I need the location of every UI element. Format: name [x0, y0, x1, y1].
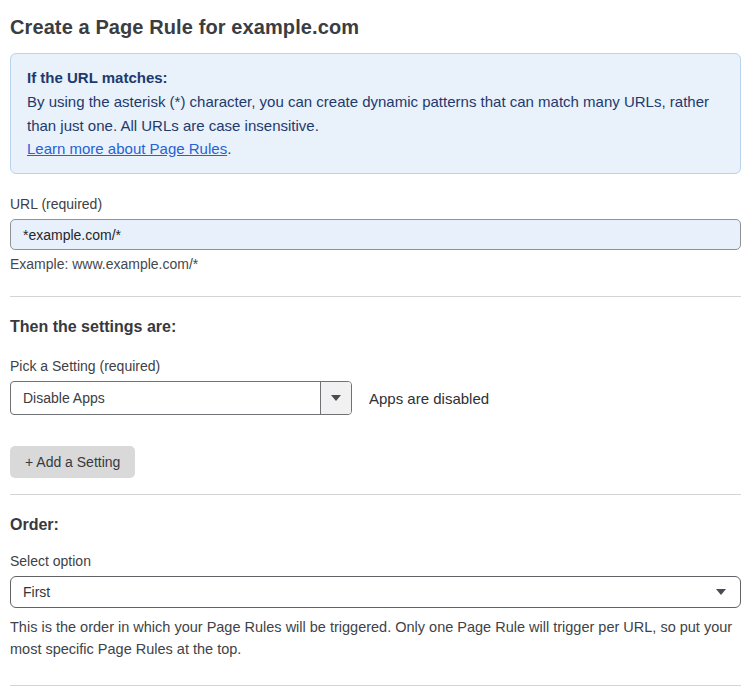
- chevron-down-icon: [716, 589, 726, 595]
- setting-select-value: Disable Apps: [11, 382, 320, 414]
- info-box-link-line: Learn more about Page Rules.: [27, 137, 724, 160]
- page-title: Create a Page Rule for example.com: [10, 16, 741, 39]
- link-suffix: .: [227, 140, 231, 157]
- order-select-value: First: [23, 584, 50, 600]
- setting-row: Disable Apps Apps are disabled: [10, 381, 741, 415]
- add-setting-button[interactable]: + Add a Setting: [10, 446, 135, 478]
- url-field-label: URL (required): [10, 196, 741, 212]
- pick-setting-label: Pick a Setting (required): [10, 358, 741, 374]
- setting-select[interactable]: Disable Apps: [10, 381, 352, 415]
- info-box-body: By using the asterisk (*) character, you…: [27, 90, 724, 137]
- url-example-helper: Example: www.example.com/*: [10, 256, 741, 272]
- learn-more-link[interactable]: Learn more about Page Rules: [27, 140, 227, 157]
- order-select-label: Select option: [10, 553, 741, 569]
- section-divider: [10, 494, 741, 495]
- setting-status-text: Apps are disabled: [369, 390, 489, 407]
- info-box-heading: If the URL matches:: [27, 66, 724, 89]
- url-match-info-box: If the URL matches: By using the asteris…: [10, 53, 741, 174]
- settings-section-heading: Then the settings are:: [10, 318, 741, 336]
- chevron-down-icon: [331, 395, 341, 401]
- order-section-heading: Order:: [10, 516, 741, 534]
- footer-divider: [10, 685, 741, 686]
- section-divider: [10, 296, 741, 297]
- page-rule-form: Create a Page Rule for example.com If th…: [0, 0, 750, 689]
- url-input[interactable]: [10, 219, 741, 250]
- order-select[interactable]: First: [10, 576, 741, 608]
- setting-select-arrow-button[interactable]: [320, 382, 351, 414]
- order-helper-text: This is the order in which your Page Rul…: [10, 616, 750, 661]
